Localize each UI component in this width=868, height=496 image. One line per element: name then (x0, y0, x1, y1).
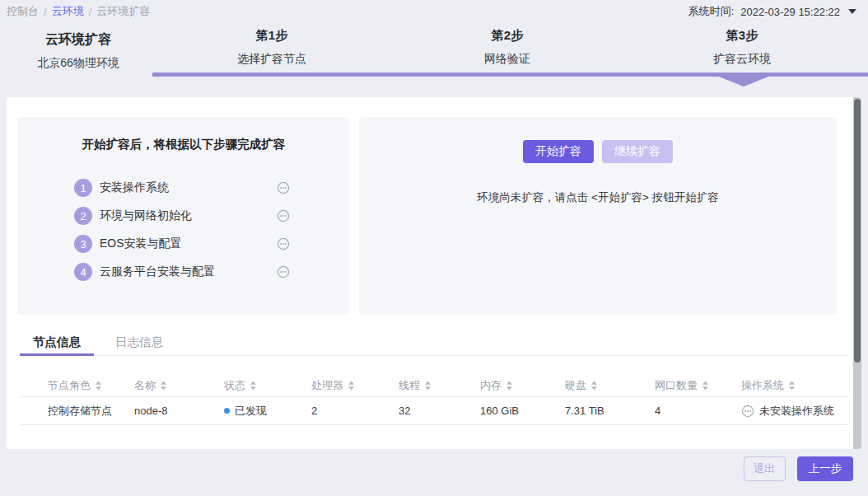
pending-status-icon (277, 265, 290, 278)
expansion-step-item: 1 安装操作系统 (74, 179, 290, 197)
pending-status-icon (741, 405, 754, 418)
chevron-down-icon[interactable] (848, 9, 856, 14)
column-header-threads[interactable]: 线程 (399, 378, 480, 393)
sort-icon[interactable] (160, 381, 167, 391)
breadcrumb-item-cloud-env[interactable]: 云环境 (52, 4, 84, 19)
column-header-role[interactable]: 节点角色 (48, 378, 134, 393)
column-header-status[interactable]: 状态 (224, 378, 311, 393)
wizard-step-2: 第2步 网络验证 (425, 28, 590, 67)
step-item-label: 环境与网络初始化 (100, 208, 277, 223)
pending-status-icon (277, 237, 290, 250)
cell-threads: 32 (399, 405, 480, 417)
cell-name: node-8 (134, 405, 224, 417)
step-number: 第3步 (660, 28, 824, 44)
status-dot-icon (224, 408, 230, 414)
column-header-ports[interactable]: 网口数量 (655, 378, 741, 393)
cell-role: 控制存储节点 (48, 404, 134, 419)
page-title: 云环境扩容 (0, 31, 156, 49)
cell-memory: 160 GiB (480, 405, 565, 417)
node-table: 节点角色 名称 状态 处理器 线程 内存 硬盘 网口数量 操作系统 控制存储节点… (20, 375, 848, 425)
column-header-memory[interactable]: 内存 (480, 378, 565, 393)
expansion-steps-panel: 开始扩容后，将根据以下步骤完成扩容 1 安装操作系统 2 环境与网络初始化 (18, 117, 349, 315)
expansion-status-message: 环境尚未扩容，请点击 <开始扩容> 按钮开始扩容 (359, 190, 837, 205)
main-card: 开始扩容后，将根据以下步骤完成扩容 1 安装操作系统 2 环境与网络初始化 (7, 97, 861, 449)
step-label: 选择扩容节点 (189, 52, 354, 67)
step-number-badge: 2 (74, 207, 92, 225)
previous-step-button[interactable]: 上一步 (797, 456, 854, 481)
sort-icon[interactable] (424, 381, 432, 391)
step-item-label: EOS安装与配置 (100, 236, 277, 251)
step-item-label: 云服务平台安装与配置 (100, 264, 277, 279)
expansion-steps-title: 开始扩容后，将根据以下步骤完成扩容 (18, 137, 349, 152)
step-number-badge: 4 (74, 263, 92, 281)
wizard-step-1: 第1步 选择扩容节点 (189, 28, 354, 67)
sort-icon[interactable] (590, 381, 598, 391)
wizard-step-3: 第3步 扩容云环境 (660, 28, 824, 67)
expansion-action-panel: 开始扩容 继续扩容 环境尚未扩容，请点击 <开始扩容> 按钮开始扩容 (359, 117, 837, 315)
cell-disk: 7.31 TiB (565, 405, 655, 417)
os-text: 未安装操作系统 (759, 404, 834, 419)
expansion-step-item: 2 环境与网络初始化 (74, 207, 290, 225)
tab-log-info[interactable]: 日志信息 (102, 330, 176, 356)
start-expansion-button[interactable]: 开始扩容 (523, 140, 594, 163)
tab-node-info[interactable]: 节点信息 (20, 330, 94, 356)
column-header-cpu[interactable]: 处理器 (311, 378, 399, 393)
breadcrumb-item-console[interactable]: 控制台 (7, 4, 39, 19)
system-time-label: 系统时间: (688, 4, 735, 19)
column-header-name[interactable]: 名称 (134, 378, 224, 393)
column-header-disk[interactable]: 硬盘 (565, 378, 655, 393)
footer-bar: 退出 上一步 (0, 449, 868, 496)
step-label: 扩容云环境 (660, 52, 824, 67)
breadcrumb-item-current: 云环境扩容 (96, 4, 150, 19)
step-number: 第2步 (425, 28, 590, 44)
cell-ports: 4 (655, 405, 741, 417)
step-number-badge: 3 (74, 235, 92, 253)
system-time: 系统时间: 2022-03-29 15:22:22 (688, 4, 856, 19)
step-label: 网络验证 (425, 52, 590, 67)
step-item-label: 安装操作系统 (100, 180, 277, 195)
status-text: 已发现 (235, 404, 267, 419)
breadcrumb-separator: / (44, 6, 47, 18)
cell-cpu: 2 (311, 405, 399, 417)
breadcrumb-separator: / (89, 6, 92, 18)
cell-status: 已发现 (224, 404, 311, 419)
expansion-steps-list: 1 安装操作系统 2 环境与网络初始化 3 EOS安装与配置 (74, 179, 290, 281)
cell-os: 未安装操作系统 (741, 404, 848, 419)
info-tabs: 节点信息 日志信息 (20, 330, 848, 356)
expansion-step-item: 3 EOS安装与配置 (74, 235, 290, 253)
exit-button[interactable]: 退出 (744, 456, 786, 481)
sort-icon[interactable] (788, 381, 796, 391)
sort-icon[interactable] (95, 381, 102, 391)
step-number-badge: 1 (74, 179, 92, 197)
environment-name: 北京66物理环境 (0, 56, 156, 71)
pending-status-icon (277, 181, 290, 194)
column-header-os[interactable]: 操作系统 (741, 378, 848, 393)
cloud-expansion-page: 控制台 / 云环境 / 云环境扩容 系统时间: 2022-03-29 15:22… (0, 0, 868, 496)
sort-icon[interactable] (348, 381, 355, 391)
breadcrumb: 控制台 / 云环境 / 云环境扩容 (7, 4, 150, 19)
sort-icon[interactable] (250, 381, 257, 391)
expansion-step-item: 4 云服务平台安装与配置 (74, 263, 290, 281)
wizard-progress-arrow-icon (719, 77, 768, 87)
pending-status-icon (277, 209, 290, 222)
table-row: 控制存储节点 node-8 已发现 2 32 160 GiB 7.31 TiB … (20, 397, 848, 425)
sort-icon[interactable] (506, 381, 513, 391)
vertical-scrollbar-track[interactable] (853, 97, 861, 449)
wizard-title-block: 云环境扩容 北京66物理环境 (0, 31, 156, 71)
top-bar: 控制台 / 云环境 / 云环境扩容 系统时间: 2022-03-29 15:22… (0, 0, 868, 20)
sort-icon[interactable] (702, 381, 709, 391)
wizard-header: 云环境扩容 北京66物理环境 第1步 选择扩容节点 第2步 网络验证 第3步 扩… (0, 20, 868, 97)
continue-expansion-button[interactable]: 继续扩容 (602, 140, 673, 163)
vertical-scrollbar-thumb[interactable] (854, 99, 861, 363)
step-number: 第1步 (189, 28, 354, 44)
table-header-row: 节点角色 名称 状态 处理器 线程 内存 硬盘 网口数量 操作系统 (20, 375, 848, 397)
system-time-value: 2022-03-29 15:22:22 (740, 6, 840, 18)
